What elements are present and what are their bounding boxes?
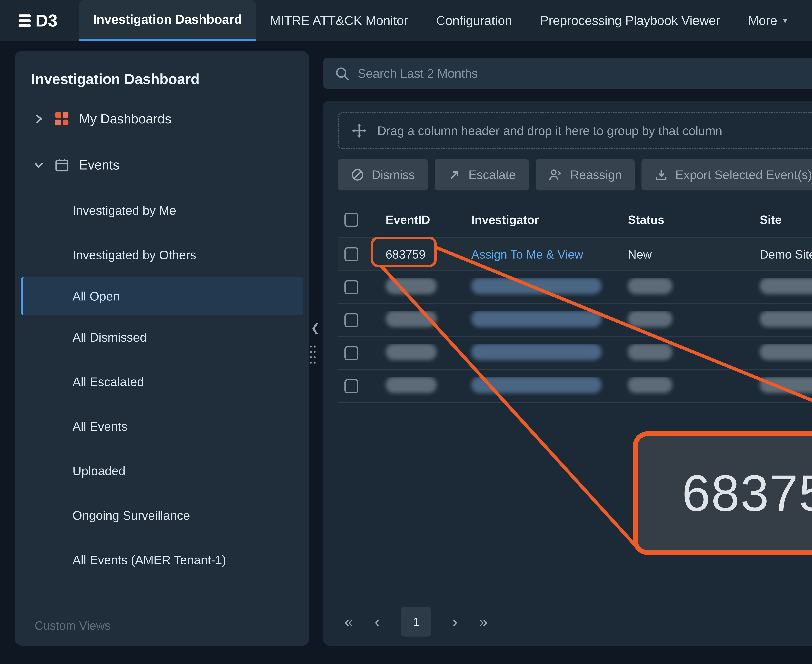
sidebar-drag-handle[interactable] — [309, 344, 317, 365]
table-row-redacted[interactable] — [338, 304, 812, 337]
table-header-row: EventID Investigator Status Site Data So… — [338, 202, 812, 238]
status-cell: New — [620, 247, 752, 261]
redacted-site — [760, 278, 812, 294]
escalate-icon — [448, 168, 461, 181]
sidebar-item-uploaded[interactable]: Uploaded — [15, 449, 309, 493]
sidebar-item-all-dismissed[interactable]: All Dismissed — [15, 315, 309, 360]
search-row: × Demo Site ▾ — [323, 58, 812, 89]
redacted-site — [760, 311, 812, 327]
column-header-eventid[interactable]: EventID — [377, 213, 463, 227]
escalate-label: Escalate — [468, 168, 516, 182]
sidebar-item-label: All Open — [72, 289, 120, 303]
sidebar-item-label: All Escalated — [73, 375, 144, 389]
sidebar-item-label: Uploaded — [73, 464, 125, 478]
d3-logo[interactable]: D3 — [18, 0, 58, 41]
column-header-status[interactable]: Status — [620, 213, 752, 227]
sidebar-item-label: Ongoing Surveillance — [73, 508, 190, 522]
last-page-button[interactable]: » — [479, 614, 488, 630]
row-checkbox[interactable] — [344, 280, 359, 294]
tab-mitre-attck-monitor[interactable]: MITRE ATT&CK Monitor — [256, 0, 422, 41]
chevron-down-icon: ▾ — [783, 16, 787, 25]
tab-label: MITRE ATT&CK Monitor — [270, 13, 408, 28]
chevron-right-icon — [33, 114, 44, 124]
sidebar-item-ongoing-surveillance[interactable]: Ongoing Surveillance — [15, 493, 309, 538]
tab-investigation-dashboard[interactable]: Investigation Dashboard — [79, 0, 256, 41]
sidebar-item-label: Investigated by Others — [73, 248, 197, 262]
table-row-683759[interactable]: 683759 Assign To Me & View New Demo Site… — [338, 238, 812, 271]
row-checkbox[interactable] — [344, 313, 359, 327]
page-content: Investigation Dashboard My Dashboards — [0, 41, 812, 664]
row-checkbox[interactable] — [344, 346, 359, 360]
sidebar-item-all-open[interactable]: All Open — [21, 277, 303, 315]
d3-logo-icon — [18, 11, 31, 30]
redacted-event-id — [386, 344, 437, 360]
current-page[interactable]: 1 — [401, 607, 431, 636]
sidebar-item-investigated-by-others[interactable]: Investigated by Others — [15, 233, 309, 277]
nav-tabs: Investigation Dashboard MITRE ATT&CK Mon… — [79, 0, 801, 41]
first-page-button[interactable]: « — [344, 614, 353, 630]
redacted-event-id — [386, 377, 437, 393]
dashboard-grid-icon — [54, 111, 69, 126]
redacted-investigator — [471, 377, 601, 393]
sidebar: Investigation Dashboard My Dashboards — [15, 51, 309, 646]
sidebar-collapse-icon[interactable]: ❮ — [311, 322, 320, 334]
group-by-hint: Drag a column header and drop it here to… — [377, 124, 723, 138]
calendar-icon — [54, 158, 69, 173]
pagination-bar: « ‹ 1 › » 1 - 5 of 5 items — [338, 598, 812, 646]
move-icon — [352, 123, 367, 138]
prev-page-button[interactable]: ‹ — [375, 614, 380, 630]
sidebar-item-all-events-amer-tenant-1[interactable]: All Events (AMER Tenant-1) — [15, 538, 309, 582]
sidebar-group-events[interactable]: Events — [15, 142, 309, 188]
search-input[interactable] — [357, 66, 812, 80]
sidebar-item-label: All Events — [73, 419, 127, 433]
dismiss-label: Dismiss — [372, 168, 415, 182]
tab-label: More — [748, 13, 777, 28]
export-label: Export Selected Event(s) — [675, 168, 812, 182]
table-row-redacted[interactable] — [338, 271, 812, 304]
column-header-investigator[interactable]: Investigator — [463, 213, 620, 227]
redacted-event-id — [386, 311, 437, 327]
search-box[interactable]: × — [323, 58, 812, 89]
table-row-redacted[interactable] — [338, 370, 812, 403]
events-table: EventID Investigator Status Site Data So… — [338, 202, 812, 403]
logo-text: D3 — [36, 11, 57, 31]
column-label: Investigator — [471, 213, 539, 226]
reassign-label: Reassign — [570, 168, 622, 182]
redacted-event-id — [386, 278, 437, 294]
events-grid-panel: Drag a column header and drop it here to… — [323, 101, 812, 646]
row-checkbox[interactable] — [344, 247, 359, 261]
column-header-site[interactable]: Site — [752, 213, 812, 227]
export-selected-button[interactable]: Export Selected Event(s) — [641, 159, 812, 190]
redacted-investigator — [471, 344, 601, 360]
custom-views-label: Custom Views — [34, 618, 111, 633]
table-body: 683759 Assign To Me & View New Demo Site… — [338, 238, 812, 403]
redacted-site — [760, 344, 812, 360]
row-checkbox[interactable] — [344, 379, 359, 393]
group-label: My Dashboards — [79, 111, 171, 127]
tab-preprocessing-playbook-viewer[interactable]: Preprocessing Playbook Viewer — [526, 0, 734, 41]
next-page-button[interactable]: › — [452, 614, 458, 630]
sidebar-group-my-dashboards[interactable]: My Dashboards — [15, 96, 309, 142]
column-label: Status — [628, 213, 664, 226]
dismiss-icon — [351, 168, 364, 181]
sidebar-item-all-escalated[interactable]: All Escalated — [15, 360, 309, 404]
search-icon — [335, 66, 349, 81]
assign-to-me-link[interactable]: Assign To Me & View — [471, 247, 583, 261]
table-row-redacted[interactable] — [338, 337, 812, 370]
dismiss-button[interactable]: Dismiss — [338, 159, 428, 190]
tab-label: Investigation Dashboard — [93, 12, 242, 27]
event-id-value: 683759 — [386, 247, 425, 261]
escalate-button[interactable]: Escalate — [435, 159, 529, 190]
site-value: Demo Site — [760, 247, 812, 261]
tab-more[interactable]: More▾ — [734, 0, 801, 41]
sidebar-item-label: Investigated by Me — [73, 203, 176, 217]
redacted-status — [628, 311, 672, 327]
sidebar-item-all-events[interactable]: All Events — [15, 404, 309, 449]
reassign-button[interactable]: Reassign — [536, 159, 635, 190]
tab-configuration[interactable]: Configuration — [422, 0, 526, 41]
select-all-checkbox[interactable] — [344, 213, 359, 227]
chevron-down-icon — [33, 160, 44, 170]
group-by-dropzone[interactable]: Drag a column header and drop it here to… — [338, 112, 812, 149]
reassign-icon — [549, 168, 563, 181]
sidebar-item-investigated-by-me[interactable]: Investigated by Me — [15, 188, 309, 233]
